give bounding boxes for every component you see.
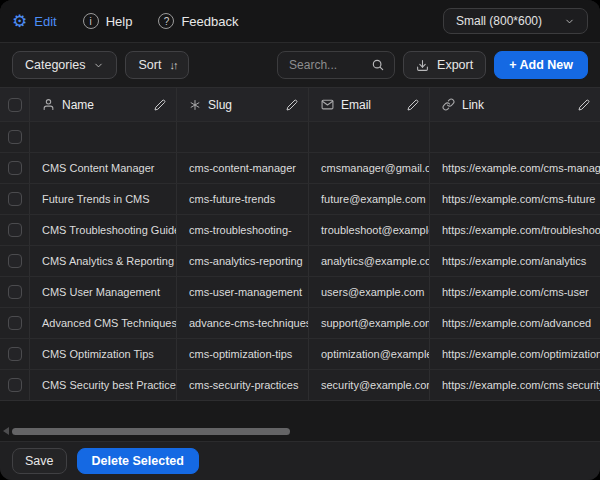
delete-selected-label: Delete Selected bbox=[92, 454, 184, 468]
name-cell[interactable]: Future Trends in CMS bbox=[30, 184, 177, 214]
edit-pencil-icon[interactable] bbox=[407, 99, 419, 111]
footer-bar: Save Delete Selected bbox=[0, 441, 600, 480]
table-scroll-area bbox=[0, 401, 600, 441]
row-checkbox-cell bbox=[0, 184, 30, 214]
name-cell[interactable]: CMS Content Manager bbox=[30, 153, 177, 183]
link-cell[interactable]: https://example.com/cms-future bbox=[430, 184, 600, 214]
slug-cell[interactable]: advance-cms-techniques bbox=[177, 308, 309, 338]
save-button[interactable]: Save bbox=[12, 448, 67, 474]
link-cell[interactable]: https://example.com/cms security bbox=[430, 370, 600, 400]
table-row: CMS Analytics & Reporting cms-analytics-… bbox=[0, 245, 600, 276]
export-label: Export bbox=[437, 58, 473, 72]
link-cell[interactable]: https://example.com/optimization bbox=[430, 339, 600, 369]
link-cell[interactable]: https://example.com/advanced bbox=[430, 308, 600, 338]
name-cell[interactable]: Advanced CMS Techniques bbox=[30, 308, 177, 338]
row-checkbox-cell bbox=[0, 246, 30, 276]
help-label: Help bbox=[106, 14, 133, 29]
table-body: CMS Content Manager cms-content-manager … bbox=[0, 121, 600, 400]
chevron-down-icon bbox=[93, 60, 104, 71]
row-checkbox[interactable] bbox=[8, 130, 22, 144]
slug-cell[interactable]: cms-future-trends bbox=[177, 184, 309, 214]
slug-cell[interactable]: cms-content-manager bbox=[177, 153, 309, 183]
row-checkbox-cell bbox=[0, 370, 30, 400]
row-checkbox-cell bbox=[0, 153, 30, 183]
table-row: CMS Optimization Tips cms-optimization-t… bbox=[0, 338, 600, 369]
export-button[interactable]: Export bbox=[403, 51, 486, 79]
info-icon: i bbox=[83, 13, 99, 29]
feedback-label: Feedback bbox=[181, 14, 238, 29]
scroll-left-arrow-icon[interactable] bbox=[3, 427, 9, 435]
email-cell[interactable]: support@example.com bbox=[309, 308, 430, 338]
table-row: Advanced CMS Techniques advance-cms-tech… bbox=[0, 307, 600, 338]
slug-cell[interactable]: cms-troubleshooting- bbox=[177, 215, 309, 245]
email-cell[interactable]: analytics@example.com bbox=[309, 246, 430, 276]
table-row: CMS User Management cms-user-management … bbox=[0, 276, 600, 307]
add-new-button[interactable]: + Add New bbox=[494, 51, 588, 79]
sort-button[interactable]: Sort ↓↑ bbox=[125, 51, 189, 79]
link-cell[interactable]: https://example.com/cms-user bbox=[430, 277, 600, 307]
slug-cell[interactable] bbox=[177, 122, 309, 152]
link-cell[interactable]: https://example.com/analytics bbox=[430, 246, 600, 276]
row-checkbox[interactable] bbox=[8, 378, 22, 392]
name-cell[interactable]: CMS Optimization Tips bbox=[30, 339, 177, 369]
email-cell[interactable]: troubleshoot@example.com bbox=[309, 215, 430, 245]
edit-label: Edit bbox=[34, 14, 56, 29]
header-slug: Slug bbox=[177, 88, 309, 121]
name-cell[interactable]: CMS User Management bbox=[30, 277, 177, 307]
email-cell[interactable]: users@example.com bbox=[309, 277, 430, 307]
link-cell[interactable]: https://example.com/cms-manag bbox=[430, 153, 600, 183]
header-name-label: Name bbox=[62, 98, 94, 112]
sort-label: Sort bbox=[138, 58, 161, 72]
name-cell[interactable]: CMS Security best Practices bbox=[30, 370, 177, 400]
feedback-menu-item[interactable]: ? Feedback bbox=[158, 13, 238, 29]
email-cell[interactable] bbox=[309, 122, 430, 152]
select-all-checkbox[interactable] bbox=[8, 98, 22, 112]
row-checkbox[interactable] bbox=[8, 316, 22, 330]
row-checkbox[interactable] bbox=[8, 285, 22, 299]
row-checkbox[interactable] bbox=[8, 161, 22, 175]
records-table: Name Slug Email Link bbox=[0, 87, 600, 401]
save-label: Save bbox=[25, 454, 54, 468]
row-checkbox[interactable] bbox=[8, 223, 22, 237]
top-menu-bar: ⚙ Edit i Help ? Feedback Small (800*600) bbox=[0, 0, 600, 43]
row-checkbox-cell bbox=[0, 308, 30, 338]
delete-selected-button[interactable]: Delete Selected bbox=[77, 448, 199, 474]
edit-pencil-icon[interactable] bbox=[578, 99, 590, 111]
slug-cell[interactable]: cms-optimization-tips bbox=[177, 339, 309, 369]
edit-pencil-icon[interactable] bbox=[154, 99, 166, 111]
header-email: Email bbox=[309, 88, 430, 121]
email-cell[interactable]: future@example.com bbox=[309, 184, 430, 214]
size-select-dropdown[interactable]: Small (800*600) bbox=[443, 8, 588, 34]
link-cell[interactable]: https://example.com/troubleshoot bbox=[430, 215, 600, 245]
size-select-value: Small (800*600) bbox=[456, 14, 542, 28]
edit-menu-item[interactable]: ⚙ Edit bbox=[12, 13, 57, 30]
name-cell[interactable]: CMS Analytics & Reporting bbox=[30, 246, 177, 276]
link-cell[interactable] bbox=[430, 122, 600, 152]
email-cell[interactable]: optimization@example.com bbox=[309, 339, 430, 369]
header-email-label: Email bbox=[341, 98, 371, 112]
email-cell[interactable]: cmsmanager@gmail.com bbox=[309, 153, 430, 183]
edit-pencil-icon[interactable] bbox=[286, 99, 298, 111]
header-link-label: Link bbox=[462, 98, 484, 112]
add-new-label: + Add New bbox=[509, 58, 573, 72]
horizontal-scrollbar[interactable] bbox=[12, 428, 290, 435]
row-checkbox-cell bbox=[0, 339, 30, 369]
slug-cell[interactable]: cms-user-management bbox=[177, 277, 309, 307]
name-cell[interactable] bbox=[30, 122, 177, 152]
slug-cell[interactable]: cms-security-practices bbox=[177, 370, 309, 400]
row-checkbox[interactable] bbox=[8, 192, 22, 206]
sort-arrows-icon: ↓↑ bbox=[169, 59, 176, 71]
header-link: Link bbox=[430, 88, 600, 121]
row-checkbox[interactable] bbox=[8, 254, 22, 268]
envelope-icon bbox=[321, 98, 334, 111]
name-cell[interactable]: CMS Troubleshooting Guide bbox=[30, 215, 177, 245]
row-checkbox[interactable] bbox=[8, 347, 22, 361]
app-window: ⚙ Edit i Help ? Feedback Small (800*600)… bbox=[0, 0, 600, 480]
help-menu-item[interactable]: i Help bbox=[83, 13, 133, 29]
categories-dropdown[interactable]: Categories bbox=[12, 51, 117, 79]
slug-cell[interactable]: cms-analytics-reporting bbox=[177, 246, 309, 276]
search-input[interactable] bbox=[287, 57, 371, 73]
table-row: CMS Security best Practices cms-security… bbox=[0, 369, 600, 400]
table-row: CMS Content Manager cms-content-manager … bbox=[0, 152, 600, 183]
email-cell[interactable]: security@example.com bbox=[309, 370, 430, 400]
